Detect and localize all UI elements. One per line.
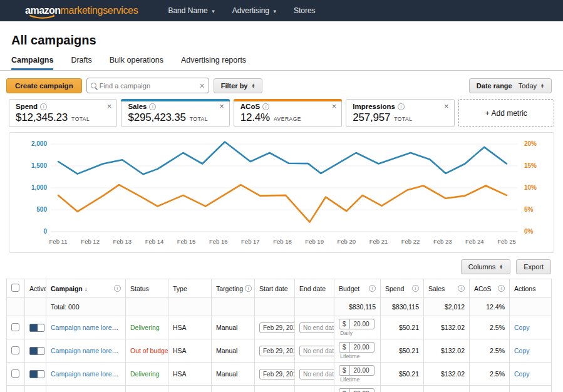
row-checkbox[interactable] bbox=[11, 346, 19, 354]
row-checkbox[interactable] bbox=[11, 369, 19, 378]
copy-action-link[interactable]: Copy bbox=[514, 370, 530, 378]
info-icon[interactable]: i bbox=[398, 103, 405, 110]
info-icon[interactable]: i bbox=[498, 285, 505, 292]
spend-cell: $50.21 bbox=[381, 363, 424, 386]
budget-amount[interactable]: 20.00 bbox=[350, 319, 374, 329]
start-date-input[interactable]: Feb 29, 2018 bbox=[259, 346, 295, 356]
campaign-search-box[interactable]: × bbox=[86, 78, 209, 93]
actions-cell: Copy bbox=[510, 363, 552, 386]
budget-amount[interactable]: 20.00 bbox=[350, 366, 374, 375]
y-right-tick-label: 10% bbox=[524, 184, 537, 191]
export-button[interactable]: Export bbox=[516, 259, 551, 274]
budget-input[interactable]: $20.00 bbox=[339, 388, 374, 392]
search-input[interactable] bbox=[100, 82, 200, 90]
active-toggle[interactable] bbox=[29, 347, 44, 355]
header-budget: Budgeti bbox=[334, 279, 381, 298]
start-date-cell: Feb 29, 2018 bbox=[255, 339, 295, 363]
status-badge: Out of budget bbox=[130, 347, 168, 354]
select-cell bbox=[7, 386, 25, 392]
total-spend: $830,115 bbox=[381, 298, 424, 316]
budget-amount[interactable]: 20.00 bbox=[350, 343, 374, 352]
metric-card-spend[interactable]: Spendi × $12,345.23TOTAL bbox=[9, 99, 117, 127]
end-date-cell: No end date bbox=[295, 339, 334, 363]
copy-action-link[interactable]: Copy bbox=[514, 347, 530, 354]
sales-accent-bar bbox=[121, 99, 229, 101]
table-toolbar: Columns ▲▼ Export bbox=[12, 259, 551, 274]
status-cell: Out of budget bbox=[126, 386, 168, 392]
campaign-name-link[interactable]: Campaign name lorem ipsum sit... bbox=[51, 347, 126, 354]
tab-advertising-reports[interactable]: Advertising reports bbox=[181, 56, 246, 70]
budget-input[interactable]: $20.00 bbox=[339, 365, 374, 376]
select-cell bbox=[7, 316, 25, 339]
nav-item-stores[interactable]: Stores bbox=[294, 6, 316, 15]
amazon-marketing-services-logo[interactable]: amazonmarketingservices bbox=[25, 5, 138, 16]
tab-bulk-operations[interactable]: Bulk operations bbox=[110, 56, 163, 70]
info-icon[interactable]: i bbox=[149, 103, 156, 110]
end-date-input[interactable]: No end date bbox=[299, 322, 334, 333]
acos-cell: 2.5% bbox=[470, 339, 510, 363]
filter-by-button[interactable]: Filter by ▲▼ bbox=[214, 78, 263, 93]
spend-cell: $50.21 bbox=[381, 339, 424, 363]
actions-cell: Copy bbox=[510, 339, 552, 363]
info-icon[interactable]: i bbox=[262, 103, 269, 110]
budget-period-label: Lifetime bbox=[340, 353, 376, 359]
close-icon[interactable]: × bbox=[219, 101, 224, 111]
budget-input[interactable]: $20.00 bbox=[339, 342, 374, 353]
header-spend: Spendi bbox=[381, 279, 424, 298]
total-acos: 12.4% bbox=[470, 298, 510, 316]
copy-action-link[interactable]: Copy bbox=[514, 324, 530, 331]
metric-cards-row: Spendi × $12,345.23TOTAL Salesi × $295,4… bbox=[9, 99, 554, 127]
tab-campaigns[interactable]: Campaigns bbox=[11, 56, 53, 70]
start-date-input[interactable]: Feb 29, 2018 bbox=[259, 369, 295, 379]
end-date-input[interactable]: No end date bbox=[299, 369, 334, 379]
campaign-cell: Campaign name lorem ipsum sit... bbox=[46, 386, 126, 392]
spend-cell: $50.21 bbox=[381, 316, 424, 339]
info-icon[interactable]: i bbox=[114, 285, 121, 292]
budget-input[interactable]: $20.00 bbox=[339, 319, 374, 329]
campaign-name-link[interactable]: Campaign name lorem ipsum sit... bbox=[51, 324, 126, 331]
total-budget: $830,115 bbox=[334, 298, 381, 316]
start-date-input[interactable]: Feb 29, 2018 bbox=[259, 322, 295, 333]
header-campaign[interactable]: Campaign↓i bbox=[46, 279, 126, 298]
close-icon[interactable]: × bbox=[107, 101, 112, 111]
info-icon[interactable]: i bbox=[412, 285, 419, 292]
add-metric-button[interactable]: + Add metric bbox=[458, 99, 554, 127]
header-type: Type bbox=[168, 279, 212, 298]
create-campaign-button[interactable]: Create campaign bbox=[6, 78, 82, 93]
active-toggle[interactable] bbox=[29, 324, 44, 332]
row-checkbox[interactable] bbox=[11, 323, 19, 331]
info-icon[interactable]: i bbox=[245, 285, 252, 292]
chevron-down-icon: ▾ bbox=[273, 8, 276, 14]
nav-item-advertising[interactable]: Advertising ▾ bbox=[232, 6, 276, 15]
y-left-tick-label: 2,000 bbox=[31, 140, 47, 147]
date-range-button[interactable]: Date range Today ▲▼ bbox=[469, 78, 552, 93]
close-icon[interactable]: × bbox=[332, 101, 337, 111]
type-cell: HSA bbox=[168, 386, 212, 392]
nav-item-brand-name[interactable]: Band Name ▾ bbox=[168, 6, 214, 15]
targeting-cell: Manual bbox=[212, 316, 255, 339]
metric-value: $295,423.35 bbox=[128, 111, 185, 124]
campaign-table-row: Campaign name lorem ipsum sit...Out of b… bbox=[7, 386, 552, 392]
metric-card-sales[interactable]: Salesi × $295,423.35TOTAL bbox=[121, 99, 229, 127]
targeting-cell: Manual bbox=[212, 363, 255, 386]
campaign-cell: Campaign name lorem ipsum sit... bbox=[46, 339, 126, 363]
metric-card-impressions[interactable]: Impressionsi × 257,957TOTAL bbox=[346, 99, 454, 127]
info-icon[interactable]: i bbox=[369, 285, 376, 292]
info-icon[interactable]: i bbox=[458, 285, 465, 292]
y-right-tick-label: 0% bbox=[524, 228, 534, 235]
sales-cell: $132.02 bbox=[424, 316, 470, 339]
budget-amount[interactable]: 20.00 bbox=[350, 389, 374, 392]
clear-search-icon[interactable]: × bbox=[200, 81, 205, 90]
info-icon[interactable]: i bbox=[40, 103, 47, 110]
columns-button[interactable]: Columns ▲▼ bbox=[461, 259, 510, 274]
select-all-checkbox[interactable] bbox=[11, 284, 19, 292]
campaign-name-link[interactable]: Campaign name lorem ipsum sit... bbox=[51, 370, 126, 378]
tab-drafts[interactable]: Drafts bbox=[71, 56, 91, 70]
active-toggle[interactable] bbox=[29, 370, 44, 378]
budget-cell: $20.00Daily bbox=[334, 316, 381, 339]
budget-period-label: Lifetime bbox=[340, 376, 376, 383]
metric-card-acos[interactable]: ACoSi × 12.4%AVERAGE bbox=[234, 99, 342, 127]
marketing-services-logo-text: marketingservices bbox=[61, 5, 138, 16]
end-date-input[interactable]: No end date bbox=[299, 346, 334, 356]
close-icon[interactable]: × bbox=[444, 101, 449, 111]
